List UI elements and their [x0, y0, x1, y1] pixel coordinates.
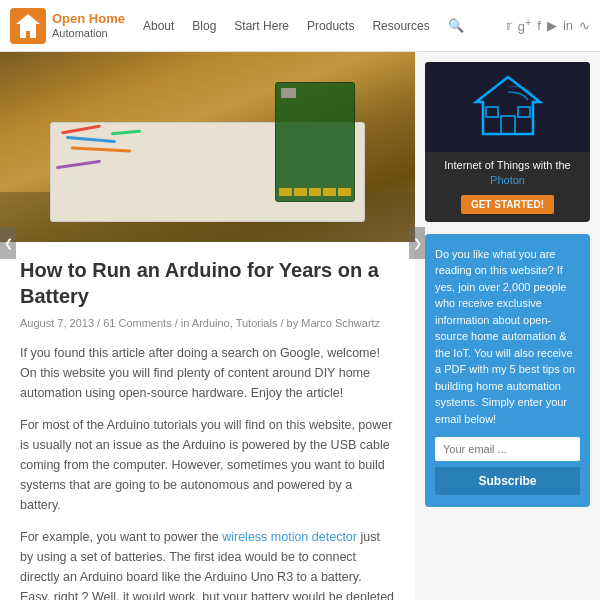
get-started-button[interactable]: GET STARTED! [461, 195, 554, 214]
email-input[interactable] [435, 437, 580, 461]
subscribe-button[interactable]: Subscribe [435, 467, 580, 495]
article-para-2: For most of the Arduino tutorials you wi… [20, 415, 395, 515]
iot-title: Internet of Things with the Photon [425, 152, 590, 191]
search-icon[interactable]: 🔍 [440, 14, 472, 37]
logo-open: Open Home [52, 11, 125, 27]
logo-icon [10, 8, 46, 44]
nav-resources[interactable]: Resources [364, 15, 437, 37]
article-para-1: If you found this article after doing a … [20, 343, 395, 403]
svg-rect-3 [486, 107, 498, 117]
nav-products[interactable]: Products [299, 15, 362, 37]
article-para-3: For example, you want to power the wirel… [20, 527, 395, 600]
prev-arrow[interactable]: ❮ [0, 227, 16, 259]
header: Open Home Automation About Blog Start He… [0, 0, 600, 52]
svg-marker-1 [476, 77, 540, 134]
content-area: ❮ ❯ [0, 52, 415, 600]
youtube-icon[interactable]: ▶ [547, 18, 557, 33]
main-wrapper: ❮ ❯ [0, 52, 600, 600]
article-meta: August 7, 2013 / 61 Comments / in Arduin… [20, 317, 395, 329]
svg-rect-2 [501, 116, 515, 134]
gplus-icon[interactable]: g+ [518, 16, 532, 34]
svg-marker-0 [16, 14, 40, 38]
logo[interactable]: Open Home Automation [10, 8, 125, 44]
sidebar: Internet of Things with the Photon GET S… [415, 52, 600, 600]
hero-image [0, 52, 415, 242]
facebook-icon[interactable]: f [537, 18, 541, 33]
iot-image [425, 62, 590, 152]
nav-blog[interactable]: Blog [184, 15, 224, 37]
rss-icon[interactable]: ∿ [579, 18, 590, 33]
social-icons: 𝕣 g+ f ▶ in ∿ [506, 16, 590, 34]
email-subscription-box: Do you like what you are reading on this… [425, 234, 590, 508]
nav-about[interactable]: About [135, 15, 182, 37]
article-content: How to Run an Arduino for Years on a Bat… [0, 242, 415, 600]
article-title: How to Run an Arduino for Years on a Bat… [20, 257, 395, 309]
main-nav: About Blog Start Here Products Resources… [135, 14, 472, 37]
subscription-text: Do you like what you are reading on this… [435, 246, 580, 428]
wireless-motion-link[interactable]: wireless motion detector [222, 530, 357, 544]
twitter-icon[interactable]: 𝕣 [506, 18, 512, 33]
logo-subtitle: Automation [52, 27, 125, 40]
linkedin-icon[interactable]: in [563, 18, 573, 33]
iot-box: Internet of Things with the Photon GET S… [425, 62, 590, 222]
nav-start-here[interactable]: Start Here [226, 15, 297, 37]
next-arrow[interactable]: ❯ [409, 227, 425, 259]
svg-rect-4 [518, 107, 530, 117]
logo-text: Open Home Automation [52, 11, 125, 40]
